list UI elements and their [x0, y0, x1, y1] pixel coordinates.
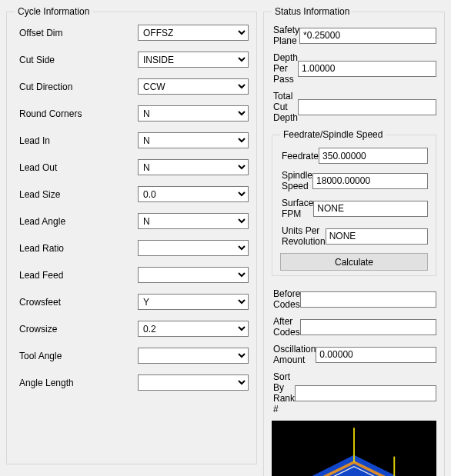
- row-cut-side: Cut Side INSIDE: [15, 52, 249, 68]
- label-units-per-rev: Units Per Revolution: [280, 225, 326, 247]
- input-depth-per-pass[interactable]: [298, 61, 436, 77]
- input-surface-fpm[interactable]: [313, 201, 428, 217]
- label-tool-angle: Tool Angle: [15, 351, 138, 361]
- select-offset-dim[interactable]: OFFSZ: [138, 25, 249, 41]
- label-angle-length: Angle Length: [15, 378, 138, 388]
- row-round-corners: Round Corners N: [15, 105, 249, 121]
- select-lead-ratio[interactable]: [138, 240, 249, 256]
- label-round-corners: Round Corners: [15, 108, 138, 119]
- input-oscillation[interactable]: [316, 347, 436, 363]
- feedrate-spindle-group: Feedrate/Spindle Speed Feedrate Spindle …: [272, 129, 436, 276]
- label-feedrate: Feedrate: [280, 151, 319, 161]
- row-spindle-speed: Spindle Speed: [280, 170, 428, 191]
- label-sort-rank: Sort By Rank #: [272, 371, 295, 414]
- select-angle-length[interactable]: [138, 374, 249, 391]
- label-total-cut-depth: Total Cut Depth: [272, 91, 298, 123]
- row-feedrate: Feedrate: [280, 148, 428, 164]
- row-angle-length: Angle Length: [15, 374, 249, 391]
- input-before-codes[interactable]: [300, 291, 436, 308]
- row-total-cut-depth: Total Cut Depth: [272, 91, 436, 123]
- preview-image: SQUARE CORNERS: [272, 421, 436, 476]
- input-safety-plane[interactable]: [299, 28, 436, 44]
- select-crowsize[interactable]: 0.2: [138, 321, 249, 337]
- row-oscillation: Oscillation Amount: [272, 344, 436, 365]
- label-cut-side: Cut Side: [15, 55, 138, 65]
- select-lead-size[interactable]: 0.0: [138, 186, 249, 202]
- input-spindle-speed[interactable]: [312, 173, 428, 189]
- label-safety-plane: Safety Plane: [272, 25, 299, 46]
- select-cut-side[interactable]: INSIDE: [138, 52, 249, 68]
- select-round-corners[interactable]: N: [138, 105, 249, 121]
- row-cut-direction: Cut Direction CCW: [15, 78, 249, 95]
- label-lead-angle: Lead Angle: [15, 216, 138, 227]
- select-crowsfeet[interactable]: Y: [138, 294, 249, 310]
- label-crowsize: Crowsize: [15, 324, 138, 335]
- label-oscillation: Oscillation Amount: [272, 344, 316, 365]
- row-lead-in: Lead In N: [15, 132, 249, 148]
- input-feedrate[interactable]: [319, 148, 428, 164]
- label-lead-in: Lead In: [15, 135, 138, 146]
- row-before-codes: Before Codes: [272, 288, 436, 310]
- row-offset-dim: Offset Dim OFFSZ: [15, 25, 249, 41]
- cycle-info-legend: Cycle Information: [15, 6, 92, 17]
- select-lead-in[interactable]: N: [138, 132, 249, 148]
- row-lead-size: Lead Size 0.0: [15, 186, 249, 202]
- row-lead-feed: Lead Feed: [15, 267, 249, 283]
- select-lead-angle[interactable]: N: [138, 213, 249, 229]
- label-lead-feed: Lead Feed: [15, 270, 138, 281]
- row-safety-plane: Safety Plane: [272, 25, 436, 46]
- row-tool-angle: Tool Angle: [15, 348, 249, 364]
- label-surface-fpm: Surface FPM: [280, 198, 313, 219]
- input-total-cut-depth[interactable]: [298, 99, 436, 115]
- row-surface-fpm: Surface FPM: [280, 198, 428, 219]
- status-information-group: Status Information Safety Plane Depth Pe…: [263, 6, 445, 476]
- row-crowsize: Crowsize 0.2: [15, 321, 249, 337]
- row-lead-out: Lead Out N: [15, 159, 249, 175]
- label-crowsfeet: Crowsfeet: [15, 297, 138, 308]
- label-depth-per-pass: Depth Per Pass: [272, 52, 298, 85]
- select-lead-out[interactable]: N: [138, 159, 249, 175]
- label-before-codes: Before Codes: [272, 288, 300, 310]
- row-depth-per-pass: Depth Per Pass: [272, 52, 436, 85]
- row-crowsfeet: Crowsfeet Y: [15, 294, 249, 310]
- input-after-codes[interactable]: [300, 319, 436, 335]
- select-lead-feed[interactable]: [138, 267, 249, 283]
- input-sort-rank[interactable]: [295, 385, 436, 401]
- label-lead-size: Lead Size: [15, 189, 138, 200]
- label-offset-dim: Offset Dim: [15, 28, 138, 38]
- input-units-per-rev[interactable]: [326, 228, 428, 245]
- calculate-button[interactable]: Calculate: [280, 253, 428, 271]
- label-lead-ratio: Lead Ratio: [15, 243, 138, 254]
- label-cut-direction: Cut Direction: [15, 82, 138, 92]
- square-corners-icon: [272, 421, 436, 476]
- label-lead-out: Lead Out: [15, 162, 138, 173]
- status-info-legend: Status Information: [272, 6, 352, 17]
- row-lead-ratio: Lead Ratio: [15, 240, 249, 256]
- feedrate-legend: Feedrate/Spindle Speed: [280, 129, 386, 140]
- row-lead-angle: Lead Angle N: [15, 213, 249, 229]
- row-units-per-rev: Units Per Revolution: [280, 225, 428, 247]
- select-cut-direction[interactable]: CCW: [138, 78, 249, 95]
- cycle-information-group: Cycle Information Offset Dim OFFSZ Cut S…: [6, 6, 257, 464]
- label-after-codes: After Codes: [272, 316, 300, 338]
- select-tool-angle[interactable]: [138, 348, 249, 364]
- label-spindle-speed: Spindle Speed: [280, 170, 312, 191]
- row-after-codes: After Codes: [272, 316, 436, 338]
- row-sort-rank: Sort By Rank #: [272, 371, 436, 414]
